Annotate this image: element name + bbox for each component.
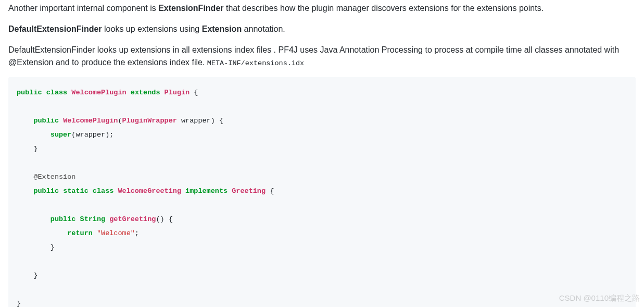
keyword: class — [93, 187, 114, 195]
string: "Welcome" — [97, 229, 135, 237]
keyword: extends — [131, 89, 160, 96]
text: Another important internal component is — [8, 4, 158, 13]
type: PluginWrapper — [122, 117, 177, 125]
constructor: WelcomePlugin — [63, 117, 118, 125]
method: getGreeting — [109, 215, 156, 223]
keyword: implements — [185, 187, 228, 195]
paragraph-1: Another important internal component is … — [8, 2, 636, 15]
punct: } — [33, 272, 37, 279]
paragraph-2: DefaultExtensionFinder looks up extensio… — [8, 23, 636, 35]
ident: wrapper — [75, 131, 105, 139]
punct: } — [33, 145, 37, 153]
bold-extensionfinder: ExtensionFinder — [158, 4, 223, 13]
bold-extension: Extension — [202, 24, 242, 33]
punct: } — [17, 300, 21, 307]
code-block: public class WelcomePlugin extends Plugi… — [8, 77, 636, 307]
punct: ) — [160, 215, 164, 223]
punct: } — [50, 243, 55, 251]
bold-defaultextensionfinder: DefaultExtensionFinder — [8, 24, 102, 33]
punct: ( — [118, 117, 122, 125]
classname: Greeting — [232, 187, 266, 195]
keyword: public — [17, 89, 42, 96]
classname: WelcomeGreeting — [118, 187, 181, 195]
keyword: static — [63, 187, 89, 195]
text: looks up extensions using — [102, 24, 202, 33]
punct: ; — [135, 229, 139, 237]
keyword: super — [50, 131, 72, 139]
param: wrapper — [181, 117, 211, 125]
inline-code-meta-inf: META-INF/extensions.idx — [207, 59, 304, 67]
punct: { — [194, 89, 198, 96]
punct: ; — [109, 131, 113, 139]
keyword: return — [67, 229, 93, 237]
punct: ) — [211, 117, 215, 125]
text: annotation. — [242, 24, 285, 33]
keyword: public — [33, 187, 59, 195]
type: String — [80, 215, 106, 223]
keyword: public — [33, 117, 59, 125]
text: DefaultExtensionFinder looks up extensio… — [8, 45, 619, 67]
punct: { — [219, 117, 223, 125]
classname: WelcomePlugin — [71, 89, 126, 96]
classname: Plugin — [165, 89, 190, 96]
punct: { — [270, 187, 274, 195]
keyword: class — [46, 89, 68, 96]
text: that describes how the plugin manager di… — [224, 4, 544, 13]
paragraph-3: DefaultExtensionFinder looks up extensio… — [8, 44, 636, 69]
annotation: @Extension — [33, 173, 75, 181]
punct: { — [169, 215, 173, 223]
keyword: public — [50, 215, 76, 223]
